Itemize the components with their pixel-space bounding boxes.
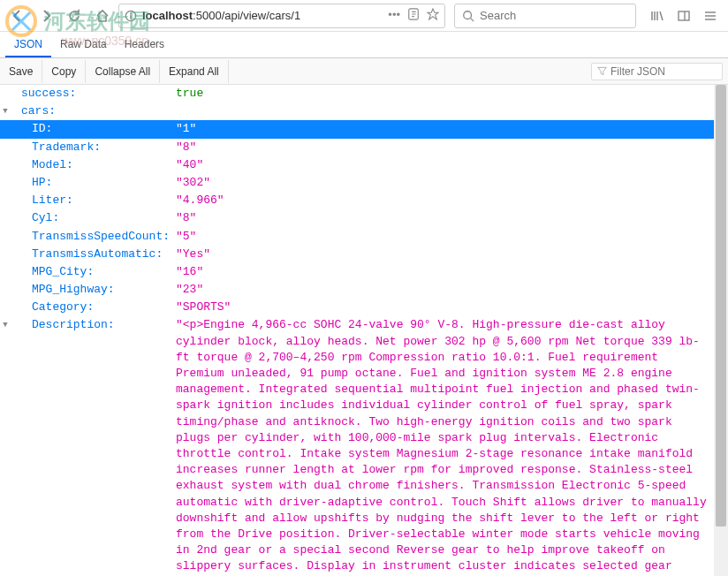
json-key: TransmissSpeedCount: — [32, 229, 176, 245]
json-key: Liter: — [32, 193, 176, 208]
json-key: Cyl: — [32, 210, 176, 226]
json-row[interactable]: HP:"302" — [0, 174, 728, 192]
json-value: "4.966" — [176, 193, 728, 208]
twisty-icon[interactable] — [0, 140, 11, 142]
home-button[interactable] — [90, 4, 115, 28]
json-value: "23" — [176, 282, 728, 298]
json-key: ID: — [32, 121, 176, 137]
json-row[interactable]: Cyl:"8" — [0, 209, 728, 227]
json-key: Trademark: — [32, 140, 176, 155]
json-row[interactable]: ID:"1" — [0, 120, 728, 138]
json-value: "302" — [176, 175, 728, 191]
twisty-icon[interactable] — [0, 175, 11, 178]
action-bar: Save Copy Collapse All Expand All — [0, 58, 728, 85]
collapse-all-button[interactable]: Collapse All — [86, 60, 160, 83]
json-row[interactable]: Liter:"4.966" — [0, 192, 728, 209]
json-viewer[interactable]: success: true ▼ cars: ID:"1"Trademark:"8… — [0, 85, 728, 576]
twisty-icon[interactable] — [0, 282, 11, 284]
filter-input[interactable] — [610, 65, 717, 78]
search-bar[interactable] — [454, 4, 636, 28]
filter-icon — [597, 66, 607, 76]
library-icon[interactable] — [645, 4, 670, 28]
json-key: HP: — [32, 175, 176, 191]
json-row[interactable]: TransmissAutomatic:"Yes" — [0, 246, 728, 263]
forward-button[interactable] — [34, 4, 58, 28]
bookmark-icon[interactable] — [427, 8, 439, 23]
json-key: Model: — [32, 157, 176, 173]
json-key: Category: — [32, 299, 176, 315]
svg-rect-3 — [130, 15, 131, 19]
url-text: localhost:5000/api/view/cars/1 — [142, 9, 383, 22]
expand-all-button[interactable]: Expand All — [160, 60, 229, 83]
json-value: "8" — [176, 210, 728, 226]
json-value: "16" — [176, 264, 728, 280]
more-icon[interactable]: ••• — [388, 8, 400, 23]
copy-button[interactable]: Copy — [42, 60, 86, 83]
back-button[interactable] — [5, 4, 30, 28]
info-icon[interactable] — [125, 10, 137, 22]
svg-point-2 — [130, 12, 132, 14]
viewer-tabs: JSON Raw Data Headers — [0, 32, 728, 58]
json-key: Description: — [32, 317, 176, 333]
twisty-icon[interactable] — [0, 157, 11, 160]
browser-toolbar: localhost:5000/api/view/cars/1 ••• — [0, 0, 728, 32]
tab-raw-data[interactable]: Raw Data — [51, 33, 116, 57]
twisty-icon[interactable] — [0, 229, 11, 231]
json-row[interactable]: ▼Description:"<p>Engine 4,966-cc SOHC 24… — [0, 316, 728, 576]
twisty-icon[interactable] — [0, 193, 11, 195]
tab-headers[interactable]: Headers — [116, 33, 173, 57]
reload-button[interactable] — [62, 4, 87, 28]
json-value: "SPORTS" — [176, 299, 728, 315]
json-value: "8" — [176, 140, 728, 155]
twisty-icon[interactable] — [0, 210, 11, 213]
twisty-icon[interactable] — [0, 264, 11, 267]
twisty-icon[interactable] — [0, 299, 11, 302]
twisty-icon[interactable]: ▼ — [0, 317, 11, 331]
twisty-icon[interactable] — [0, 246, 11, 249]
json-row[interactable]: MPG_City:"16" — [0, 263, 728, 281]
json-row[interactable]: Trademark:"8" — [0, 139, 728, 156]
json-key: MPG_City: — [32, 264, 176, 280]
json-row[interactable]: Category:"SPORTS" — [0, 299, 728, 316]
json-key: MPG_Highway: — [32, 282, 176, 298]
sidebar-icon[interactable] — [671, 4, 696, 28]
json-value: "1" — [176, 121, 728, 137]
json-row[interactable]: MPG_Highway:"23" — [0, 281, 728, 299]
json-value: "Yes" — [176, 246, 728, 262]
json-value: "<p>Engine 4,966-cc SOHC 24-valve 90° V-… — [176, 317, 728, 576]
scrollbar-thumb[interactable] — [716, 85, 726, 527]
search-input[interactable] — [480, 9, 628, 22]
json-row[interactable]: TransmissSpeedCount:"5" — [0, 228, 728, 246]
svg-point-5 — [464, 11, 472, 19]
json-row-cars[interactable]: ▼ cars: — [0, 102, 728, 120]
twisty-icon[interactable] — [0, 121, 11, 124]
json-row[interactable]: Model:"40" — [0, 156, 728, 174]
json-key: TransmissAutomatic: — [32, 246, 176, 262]
reader-icon[interactable] — [407, 8, 420, 23]
menu-icon[interactable] — [698, 4, 723, 28]
json-value: "5" — [176, 229, 728, 245]
tab-json[interactable]: JSON — [5, 33, 51, 57]
filter-json[interactable] — [591, 63, 723, 80]
search-icon — [462, 10, 474, 22]
svg-rect-6 — [679, 11, 689, 20]
url-bar[interactable]: localhost:5000/api/view/cars/1 ••• — [118, 4, 445, 28]
json-row-success[interactable]: success: true — [0, 85, 728, 102]
twisty-icon[interactable]: ▼ — [0, 103, 11, 117]
json-value: "40" — [176, 157, 728, 173]
save-button[interactable]: Save — [0, 60, 42, 83]
